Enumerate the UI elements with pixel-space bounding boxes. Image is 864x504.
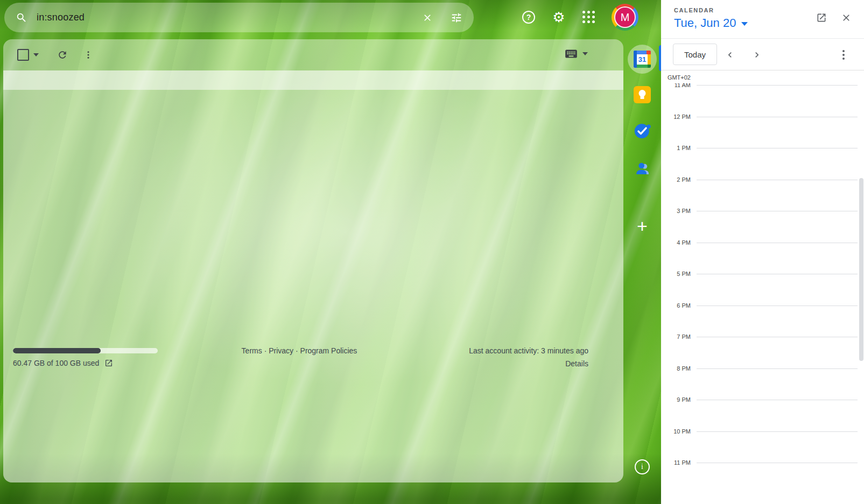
- clear-search-icon[interactable]: [421, 11, 434, 24]
- account-avatar[interactable]: M: [612, 4, 638, 31]
- input-tools-keyboard-icon[interactable]: [564, 47, 588, 61]
- last-account-activity-label: Last account activity: 3 minutes ago: [469, 346, 588, 355]
- storage-open-icon[interactable]: [104, 359, 113, 367]
- calendar-panel-title: CALENDAR: [674, 7, 714, 13]
- account-activity-details-link[interactable]: Details: [565, 359, 588, 368]
- hour-label: 7 PM: [661, 333, 691, 340]
- hour-gridline: [697, 463, 858, 463]
- hour-gridline: [697, 431, 858, 432]
- calendar-toolbar: Today: [661, 39, 864, 70]
- hour-label: 6 PM: [661, 302, 691, 309]
- hour-label: 9 PM: [661, 396, 691, 403]
- hour-label: 2 PM: [661, 176, 691, 183]
- help-icon[interactable]: ?: [521, 10, 536, 25]
- keep-app-icon[interactable]: [634, 86, 651, 103]
- more-options-icon[interactable]: [78, 44, 99, 66]
- link-separator: ·: [296, 346, 298, 355]
- hour-label: 12 PM: [661, 113, 691, 120]
- hour-label: 5 PM: [661, 271, 691, 277]
- privacy-link[interactable]: Privacy: [269, 346, 293, 355]
- active-app-highlight: 31: [628, 45, 657, 74]
- select-all-checkbox[interactable]: [17, 49, 29, 61]
- terms-link[interactable]: Terms: [242, 346, 262, 355]
- input-tools-dropdown-icon[interactable]: [582, 52, 588, 55]
- hour-gridline: [697, 117, 858, 117]
- hour-label: 10 PM: [661, 428, 691, 435]
- search-bar[interactable]: in:snoozed: [4, 3, 474, 32]
- timezone-label: GMT+02: [661, 74, 691, 81]
- google-apps-grid-icon[interactable]: [581, 10, 596, 25]
- mail-list-empty-area: [3, 70, 623, 482]
- hour-label: 4 PM: [661, 239, 691, 246]
- hour-gridline: [697, 211, 858, 211]
- hour-gridline: [697, 400, 858, 400]
- previous-day-icon[interactable]: [722, 47, 737, 62]
- hour-gridline: [697, 274, 858, 274]
- calendar-side-panel: CALENDAR Tue, Jun 20 Today 11 PM10 PM9 P…: [661, 0, 864, 504]
- mail-list-panel: 60.47 GB of 100 GB used Terms · Privacy …: [3, 39, 623, 482]
- tasks-app-icon[interactable]: [633, 122, 651, 140]
- hour-label: 11 PM: [661, 459, 691, 466]
- hour-gridline: [697, 368, 858, 369]
- contacts-app-icon[interactable]: [634, 159, 651, 176]
- timezone-strip: GMT+02: [661, 70, 696, 83]
- calendar-icon-date: 31: [637, 54, 648, 65]
- mail-toolbar: [3, 39, 623, 70]
- calendar-scrollbar[interactable]: [859, 178, 863, 361]
- calendar-date-label: Tue, Jun 20: [674, 16, 736, 30]
- calendar-more-options-icon[interactable]: [837, 48, 850, 61]
- info-icon[interactable]: i: [635, 459, 650, 474]
- add-side-panel-app-icon[interactable]: +: [637, 217, 648, 235]
- next-day-icon[interactable]: [749, 47, 764, 62]
- hour-gridline: [697, 337, 858, 337]
- refresh-icon[interactable]: [52, 44, 73, 66]
- select-dropdown-icon[interactable]: [33, 53, 39, 56]
- close-panel-icon[interactable]: [839, 11, 853, 25]
- avatar-initial: M: [614, 6, 636, 28]
- search-options-tune-icon[interactable]: [450, 11, 463, 24]
- search-input[interactable]: in:snoozed: [37, 12, 85, 23]
- side-panel-rail: 31 + i: [623, 39, 661, 504]
- gear-icon[interactable]: ⚙: [551, 10, 566, 25]
- link-separator: ·: [264, 346, 267, 355]
- open-in-new-icon[interactable]: [814, 11, 828, 25]
- hour-label: 1 PM: [661, 145, 691, 151]
- hour-gridline: [697, 180, 858, 180]
- calendar-date-selector[interactable]: Tue, Jun 20: [674, 16, 748, 30]
- calendar-app-icon[interactable]: 31: [628, 45, 657, 74]
- hour-gridline: [697, 148, 858, 148]
- calendar-grid[interactable]: 11 PM10 PM9 PM8 PM7 PM6 PM5 PM4 PM3 PM2 …: [661, 70, 864, 504]
- topbar-actions: ? ⚙ M: [521, 4, 638, 30]
- search-icon[interactable]: [15, 11, 28, 24]
- hour-gridline: [697, 306, 858, 306]
- program-policies-link[interactable]: Program Policies: [300, 346, 357, 355]
- hour-label: 3 PM: [661, 208, 691, 214]
- date-dropdown-icon: [741, 22, 748, 26]
- hour-label: 8 PM: [661, 365, 691, 372]
- hour-gridline: [697, 85, 858, 86]
- hour-gridline: [697, 243, 858, 243]
- calendar-panel-header: CALENDAR Tue, Jun 20: [661, 0, 864, 39]
- storage-used-label: 60.47 GB of 100 GB used: [13, 359, 99, 367]
- today-button[interactable]: Today: [673, 44, 717, 65]
